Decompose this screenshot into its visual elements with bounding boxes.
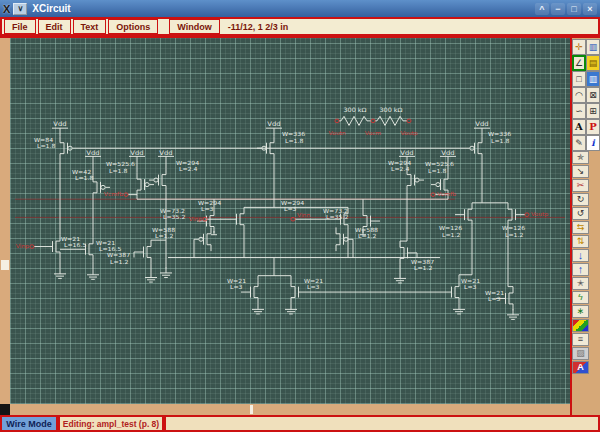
- device-label: W=42: [72, 169, 91, 175]
- edit-button[interactable]: ✎: [572, 135, 586, 151]
- device-label: W=387: [107, 253, 130, 259]
- status-bar: Wire Mode Editing: ampl_test (p. 8): [0, 415, 600, 432]
- info-button[interactable]: i: [586, 135, 600, 151]
- pages-button[interactable]: ▥: [586, 71, 600, 87]
- window-title: XCircuit: [32, 3, 70, 14]
- make-object-button[interactable]: ✯: [572, 151, 589, 164]
- pin-marker[interactable]: [525, 213, 529, 217]
- menu-window[interactable]: Window: [169, 19, 219, 34]
- shade-button[interactable]: ^: [535, 3, 549, 15]
- device-label: W=21: [485, 290, 504, 296]
- pmos-bubble: [154, 178, 158, 182]
- device-label: W=294: [198, 200, 221, 206]
- pin-label: Voutn: [328, 131, 346, 137]
- pan-button[interactable]: ✛: [572, 39, 586, 55]
- pin-label: Voutp: [400, 131, 418, 138]
- cut-button[interactable]: ✂: [572, 179, 589, 192]
- pin-marker[interactable]: [124, 193, 128, 197]
- drawing-canvas[interactable]: W=84L=1.8W=42L=1.8W=525.6L=1.8W=294L=2.4…: [10, 38, 570, 404]
- device-label: W=294: [176, 160, 199, 166]
- lower-button[interactable]: ↓: [572, 249, 589, 262]
- snap-button[interactable]: ∗: [572, 305, 589, 318]
- scroll-corner: [0, 404, 10, 415]
- device-label: W=294: [281, 200, 304, 206]
- menu-options[interactable]: Options: [108, 19, 158, 34]
- wire-button[interactable]: ∠: [572, 55, 586, 71]
- menu-bar: FileEditTextOptionsWindow -11/12, 1 2/3 …: [0, 17, 600, 36]
- pin-label: Vinn: [297, 213, 311, 219]
- vdd-label: Vdd: [441, 149, 454, 157]
- schematic-generated: W=84L=1.8W=42L=1.8W=525.6L=1.8W=294L=2.4…: [16, 106, 549, 319]
- flip-horizontal-button[interactable]: ⇆: [572, 221, 589, 234]
- add-to-library-button[interactable]: ✭: [572, 277, 589, 290]
- color-button[interactable]: [572, 319, 589, 332]
- push-button[interactable]: ↘: [572, 165, 589, 178]
- close-button[interactable]: ×: [583, 3, 597, 15]
- vdd-label: Vdd: [475, 121, 488, 129]
- pin-label: Vinp: [16, 244, 30, 251]
- title-bar: X ∨ XCircuit ^ − □ ×: [0, 0, 600, 17]
- minimize-button[interactable]: −: [551, 3, 565, 15]
- device-label: L=3: [284, 206, 297, 212]
- vdd-label: Vdd: [159, 149, 172, 157]
- parameter-button[interactable]: P: [586, 119, 600, 135]
- zoom-in-button[interactable]: ⊞: [586, 103, 600, 119]
- library-button[interactable]: ▥: [586, 39, 600, 55]
- device-label: W=588: [355, 227, 378, 233]
- device-label: L=2.4: [179, 166, 198, 172]
- canvas-column: W=84L=1.8W=42L=1.8W=525.6L=1.8W=294L=2.4…: [10, 38, 570, 415]
- statusbar-filler: [164, 415, 600, 432]
- fill-style-button[interactable]: ▨: [572, 347, 589, 360]
- vertical-scrollbar[interactable]: [0, 38, 10, 415]
- vdd-label: Vdd: [267, 121, 280, 129]
- tool-palette: ✛▥∠▤□▥◠⊠∽⊞AP✎i✯↘✂↻↺⇆⇅↓↑✭ϟ∗≡▨A: [570, 38, 600, 415]
- vdd-label: Vdd: [53, 121, 66, 129]
- horizontal-scrollbar[interactable]: [10, 404, 570, 415]
- mode-indicator[interactable]: Wire Mode: [0, 415, 58, 432]
- device-label: W=525.6: [425, 162, 454, 168]
- device-label: L=1.2: [358, 234, 377, 240]
- pmos-bubble: [68, 146, 72, 150]
- pin-label: Vocm: [365, 131, 382, 137]
- menu-text[interactable]: Text: [73, 19, 107, 34]
- window-menu-button[interactable]: ∨: [13, 3, 27, 15]
- rotate-cw-button[interactable]: ↻: [572, 193, 589, 206]
- maximize-button[interactable]: □: [567, 3, 581, 15]
- device-label: W=73.2: [160, 208, 185, 214]
- menu-file[interactable]: File: [4, 19, 36, 34]
- zoom-out-button[interactable]: ⊠: [586, 87, 600, 103]
- pin-marker[interactable]: [431, 193, 435, 197]
- make-symbol-button[interactable]: A: [572, 361, 589, 374]
- menu-edit[interactable]: Edit: [38, 19, 71, 34]
- device-label: L=1.8: [428, 168, 447, 174]
- pin-marker[interactable]: [407, 119, 411, 123]
- netlist-button[interactable]: ϟ: [572, 291, 589, 304]
- device-label: L=1.2: [110, 259, 129, 265]
- device-label: W=21: [96, 240, 115, 246]
- spline-button[interactable]: ∽: [572, 103, 586, 119]
- rotate-ccw-button[interactable]: ↺: [572, 207, 589, 220]
- flip-vertical-button[interactable]: ⇅: [572, 235, 589, 248]
- device-label: L=1.2: [505, 232, 524, 238]
- device-label: L=1.2: [155, 234, 174, 240]
- device-label: L=16.5: [64, 243, 87, 249]
- pmos-bubble: [436, 183, 440, 187]
- text-button[interactable]: A: [572, 119, 586, 135]
- pin-marker[interactable]: [335, 119, 339, 123]
- device-label: L=1.8: [491, 138, 510, 144]
- device-label: W=525.6: [106, 162, 135, 168]
- device-label: L=35.2: [163, 214, 186, 220]
- raise-button[interactable]: ↑: [572, 263, 589, 276]
- horizontal-scroll-thumb[interactable]: [250, 405, 253, 414]
- pmos-bubble: [415, 178, 419, 182]
- arc-button[interactable]: ◠: [572, 87, 586, 103]
- vertical-scroll-thumb[interactable]: [1, 260, 9, 270]
- pin-marker[interactable]: [291, 217, 295, 221]
- schematic-svg[interactable]: W=84L=1.8W=42L=1.8W=525.6L=1.8W=294L=2.4…: [10, 38, 570, 405]
- box-button[interactable]: □: [572, 71, 586, 87]
- device-label: L=3: [201, 206, 214, 212]
- pin-marker[interactable]: [371, 119, 375, 123]
- line-style-button[interactable]: ≡: [572, 333, 589, 346]
- pin-marker[interactable]: [30, 245, 34, 249]
- yellow-pages-button[interactable]: ▤: [586, 55, 600, 71]
